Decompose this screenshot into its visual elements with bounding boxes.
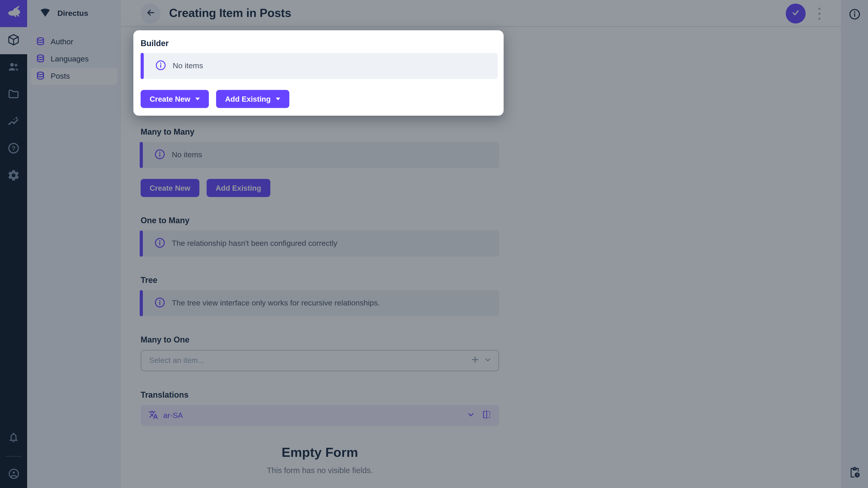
info-circle-icon (155, 59, 166, 72)
builder-actions: Create New Add Existing (141, 90, 498, 108)
no-items-notice: No items (142, 53, 498, 79)
create-new-label: Create New (150, 95, 190, 103)
caret-down-icon (195, 98, 200, 100)
builder-spotlight-card: Builder No items Create New Add Existing (133, 30, 504, 116)
add-existing-label: Add Existing (225, 95, 271, 103)
notice-text: No items (173, 61, 203, 70)
add-existing-dropdown-button[interactable]: Add Existing (216, 90, 289, 108)
caret-down-icon (276, 98, 280, 100)
field-label: Builder (141, 39, 498, 48)
app-root: ? Directus (0, 0, 868, 488)
create-new-dropdown-button[interactable]: Create New (141, 90, 209, 108)
